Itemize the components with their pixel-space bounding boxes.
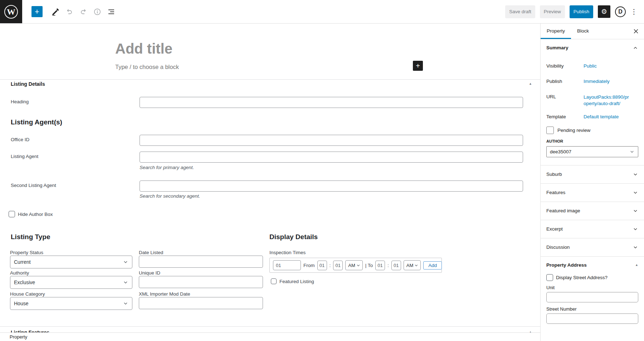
undo-button[interactable] (63, 5, 76, 18)
unit-label: Unit (546, 285, 638, 290)
xml-mod-date-input[interactable] (139, 297, 263, 309)
redo-icon (79, 8, 88, 16)
editor-topbar: W + Save draft Preview Publish ⚙ D ⋮ (0, 0, 644, 24)
pending-review-checkbox[interactable] (546, 127, 554, 134)
close-icon (632, 28, 640, 35)
to-hour-input[interactable] (375, 261, 385, 270)
template-row: Template Default template (546, 114, 638, 119)
second-agent-label: Second Listing Agent (11, 183, 56, 188)
house-category-select[interactable]: House (10, 297, 132, 310)
empty-block-input[interactable]: Type / to choose a block (115, 64, 179, 70)
visibility-row: Visibility Public (546, 63, 638, 69)
avatar[interactable]: D (615, 6, 626, 17)
hide-author-checkbox[interactable] (9, 211, 15, 217)
block-appender-button[interactable]: + (413, 61, 423, 71)
visibility-label: Visibility (546, 63, 584, 69)
chevron-down-icon (633, 226, 638, 232)
template-value[interactable]: Default template (584, 114, 619, 119)
save-draft-button[interactable]: Save draft (505, 5, 535, 18)
panel-featured-image[interactable]: Featured image (541, 202, 644, 220)
chevron-down-icon (633, 190, 638, 196)
chevron-down-icon (633, 172, 638, 177)
author-select[interactable]: dee35007 (546, 146, 638, 157)
tab-block[interactable]: Block (571, 24, 595, 39)
url-value[interactable]: LayoutPacks:8890/property/auto-draft/ (584, 94, 629, 107)
collapse-caret-icon[interactable]: ▲ (529, 82, 532, 85)
featured-listing-checkbox[interactable] (271, 278, 277, 284)
heading-input[interactable] (140, 97, 523, 108)
panel-discussion[interactable]: Discussion (541, 238, 644, 256)
wordpress-logo[interactable]: W (0, 0, 22, 23)
add-inspection-button[interactable]: Add (423, 261, 442, 270)
from-hour-input[interactable] (317, 261, 327, 270)
inspection-date-input[interactable] (273, 260, 301, 270)
details-button[interactable] (91, 5, 104, 18)
plus-icon: + (35, 7, 39, 17)
street-number-input[interactable] (546, 313, 638, 324)
property-status-value: Current (14, 259, 31, 265)
tab-property[interactable]: Property (541, 24, 571, 39)
redo-button[interactable] (77, 5, 90, 18)
tools-button[interactable] (49, 5, 62, 18)
to-minute-input[interactable] (391, 261, 401, 270)
unit-input[interactable] (546, 292, 638, 302)
authority-select[interactable]: Exclusive (10, 276, 132, 289)
panel-suburb[interactable]: Suburb (541, 165, 644, 183)
editor-canvas: Add title Type / to choose a block + Lis… (0, 24, 540, 332)
display-street-row: Display Street Address? (546, 274, 638, 281)
display-street-label: Display Street Address? (556, 275, 608, 280)
metabox-divider (0, 79, 540, 80)
pending-review-row: Pending review (546, 127, 638, 134)
publish-label: Publish (546, 79, 584, 84)
publish-button[interactable]: Publish (570, 5, 593, 18)
from-ampm-select[interactable]: AM (345, 260, 363, 270)
collapse-caret-icon: ▲ (635, 263, 638, 267)
from-minute-input[interactable] (333, 261, 343, 270)
chevron-down-icon (356, 263, 361, 268)
xml-mod-date-label: XML Importer Mod Date (139, 291, 190, 297)
unique-id-label: Unique ID (139, 270, 160, 276)
display-details-title: Display Details (269, 233, 318, 241)
pending-review-label: Pending review (557, 128, 590, 133)
post-title-input[interactable]: Add title (115, 41, 172, 57)
list-view-button[interactable] (105, 5, 118, 18)
second-agent-input[interactable] (140, 181, 523, 192)
authority-label: Authority (10, 270, 29, 276)
preview-button[interactable]: Preview (540, 5, 565, 18)
panel-features-label: Features (546, 190, 565, 195)
property-address-title: Property Address (546, 262, 587, 268)
chevron-down-icon (633, 208, 638, 214)
property-status-select[interactable]: Current (10, 256, 132, 268)
visibility-value[interactable]: Public (584, 63, 597, 69)
property-address-panel-header[interactable]: Property Address ▲ (541, 256, 644, 273)
inspection-times-label: Inspection Times (269, 250, 306, 255)
office-id-input[interactable] (140, 135, 523, 146)
featured-listing-label: Featured Listing (279, 279, 314, 284)
panel-features[interactable]: Features (541, 183, 644, 202)
gear-icon: ⚙ (601, 8, 607, 16)
date-listed-input[interactable] (139, 256, 263, 268)
listing-agent-input[interactable] (140, 152, 523, 163)
info-icon (93, 8, 102, 16)
panel-excerpt[interactable]: Excerpt (541, 220, 644, 238)
to-ampm-select[interactable]: AM (404, 260, 421, 270)
hide-author-label: Hide Author Box (18, 212, 53, 217)
summary-body: Visibility Public Publish Immediately UR… (541, 56, 644, 157)
block-inserter-button[interactable]: + (31, 6, 43, 17)
breadcrumb[interactable]: Property (10, 334, 27, 340)
close-sidebar-button[interactable] (628, 24, 644, 39)
office-id-label: Office ID (11, 137, 29, 142)
unique-id-input[interactable] (139, 276, 263, 288)
settings-button[interactable]: ⚙ (598, 5, 610, 18)
metabox-divider (0, 326, 540, 327)
property-status-label: Property Status (10, 250, 43, 255)
url-row: URL LayoutPacks:8890/property/auto-draft… (546, 94, 638, 107)
publish-value[interactable]: Immediately (584, 79, 610, 84)
time-colon: : (387, 263, 389, 268)
kebab-icon: ⋮ (631, 8, 638, 15)
display-street-checkbox[interactable] (546, 274, 553, 281)
summary-panel-header[interactable]: Summary (541, 39, 644, 56)
panel-featured-image-label: Featured image (546, 208, 580, 213)
chevron-down-icon (414, 263, 419, 268)
options-menu-button[interactable]: ⋮ (630, 8, 638, 16)
